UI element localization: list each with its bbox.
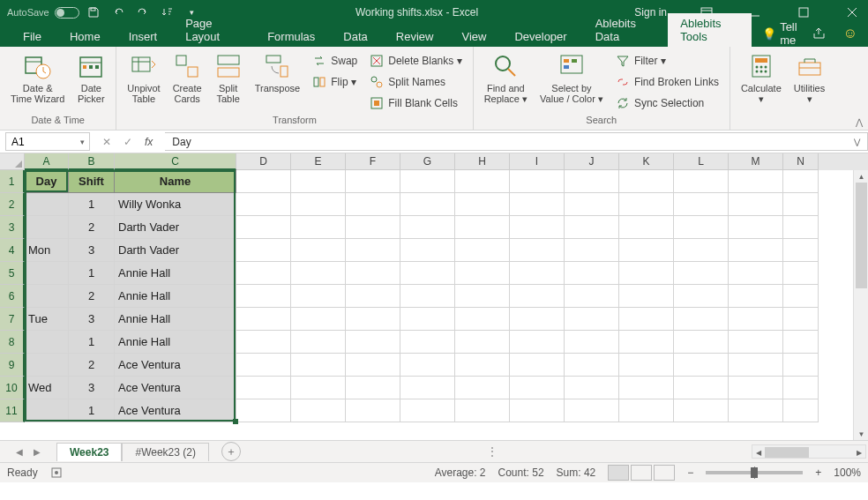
cell-C5[interactable]: Annie Hall <box>115 262 236 285</box>
cell-G6[interactable] <box>400 285 455 308</box>
cell-G2[interactable] <box>400 193 455 216</box>
cell-I7[interactable] <box>510 308 565 331</box>
select-by-button[interactable]: Select by Value / Color ▾ <box>536 50 607 112</box>
cell-L8[interactable] <box>674 331 729 354</box>
col-header-L[interactable]: L <box>674 153 729 170</box>
cell-G11[interactable] <box>400 399 455 422</box>
cell-M3[interactable] <box>729 216 783 239</box>
row-header-6[interactable]: 6 <box>0 285 25 308</box>
col-header-H[interactable]: H <box>455 153 510 170</box>
tab-view[interactable]: View <box>449 26 498 47</box>
view-normal-icon[interactable] <box>608 465 629 481</box>
cell-A8[interactable] <box>25 331 69 354</box>
row-header-2[interactable]: 2 <box>0 193 25 216</box>
cell-H11[interactable] <box>455 399 510 422</box>
cell-N4[interactable] <box>783 239 819 262</box>
cell-C3[interactable]: Darth Vader <box>115 216 236 239</box>
fx-icon[interactable]: fx <box>145 136 153 148</box>
cell-K6[interactable] <box>619 285 674 308</box>
row-header-10[interactable]: 10 <box>0 377 25 399</box>
share-icon[interactable] <box>813 27 827 40</box>
cell-D2[interactable] <box>236 193 291 216</box>
cell-H8[interactable] <box>455 331 510 354</box>
cell-N3[interactable] <box>783 216 819 239</box>
cell-C6[interactable]: Annie Hall <box>115 285 236 308</box>
row-header-11[interactable]: 11 <box>0 399 25 422</box>
row-header-7[interactable]: 7 <box>0 308 25 331</box>
cell-A6[interactable] <box>25 285 69 308</box>
cell-N5[interactable] <box>783 262 819 285</box>
undo-icon[interactable] <box>111 5 125 19</box>
row-header-1[interactable]: 1 <box>0 170 25 193</box>
cell-G8[interactable] <box>400 331 455 354</box>
cell-F1[interactable] <box>346 170 400 193</box>
cell-L10[interactable] <box>674 377 729 399</box>
create-cards-button[interactable]: Create Cards <box>169 50 206 112</box>
date-picker-button[interactable]: Date Picker <box>73 50 108 106</box>
cell-L5[interactable] <box>674 262 729 285</box>
cell-G10[interactable] <box>400 377 455 399</box>
cell-K10[interactable] <box>619 377 674 399</box>
flip-button[interactable]: Flip ▾ <box>309 73 361 91</box>
cell-F4[interactable] <box>346 239 400 262</box>
cell-M5[interactable] <box>729 262 783 285</box>
split-table-button[interactable]: Split Table <box>211 50 246 112</box>
cell-B4[interactable]: 3 <box>69 239 115 262</box>
tab-file[interactable]: File <box>11 26 54 47</box>
redo-icon[interactable] <box>136 5 150 19</box>
row-header-8[interactable]: 8 <box>0 331 25 354</box>
cell-K11[interactable] <box>619 399 674 422</box>
cell-J9[interactable] <box>565 354 619 377</box>
fill-blank-button[interactable]: Fill Blank Cells <box>366 94 465 112</box>
cell-B1[interactable]: Shift <box>69 170 115 193</box>
formula-input[interactable]: Day ⋁ <box>165 132 868 151</box>
tell-me[interactable]: 💡 Tell me <box>762 20 797 47</box>
cell-J7[interactable] <box>565 308 619 331</box>
cell-B8[interactable]: 1 <box>69 331 115 354</box>
cell-G5[interactable] <box>400 262 455 285</box>
cell-E6[interactable] <box>291 285 346 308</box>
cell-D8[interactable] <box>236 331 291 354</box>
cell-E2[interactable] <box>291 193 346 216</box>
cell-N11[interactable] <box>783 399 819 422</box>
cell-L9[interactable] <box>674 354 729 377</box>
cell-I4[interactable] <box>510 239 565 262</box>
cell-J1[interactable] <box>565 170 619 193</box>
cell-I10[interactable] <box>510 377 565 399</box>
calculate-button[interactable]: Calculate ▾ <box>737 50 785 106</box>
zoom-slider[interactable] <box>706 471 803 474</box>
zoom-level[interactable]: 100% <box>834 466 861 479</box>
cell-I5[interactable] <box>510 262 565 285</box>
cell-C10[interactable]: Ace Ventura <box>115 377 236 399</box>
cell-H6[interactable] <box>455 285 510 308</box>
cell-H10[interactable] <box>455 377 510 399</box>
view-page-layout-icon[interactable] <box>631 465 652 481</box>
sheet-tab[interactable]: #Week23 (2) <box>122 443 208 461</box>
cell-D9[interactable] <box>236 354 291 377</box>
cell-M10[interactable] <box>729 377 783 399</box>
col-header-M[interactable]: M <box>729 153 783 170</box>
cell-D5[interactable] <box>236 262 291 285</box>
tab-page-layout[interactable]: Page Layout <box>173 13 251 47</box>
row-header-3[interactable]: 3 <box>0 216 25 239</box>
close-icon[interactable] <box>843 4 861 21</box>
cell-K4[interactable] <box>619 239 674 262</box>
cell-K7[interactable] <box>619 308 674 331</box>
cell-E5[interactable] <box>291 262 346 285</box>
cell-D7[interactable] <box>236 308 291 331</box>
cell-N2[interactable] <box>783 193 819 216</box>
col-header-J[interactable]: J <box>565 153 619 170</box>
cell-E9[interactable] <box>291 354 346 377</box>
cell-A11[interactable] <box>25 399 69 422</box>
sheet-split-icon[interactable]: ⋮ <box>487 445 498 458</box>
sheet-nav[interactable]: ◀▶ <box>0 447 56 457</box>
tab-home[interactable]: Home <box>57 26 113 47</box>
row-header-4[interactable]: 4 <box>0 239 25 262</box>
select-all-button[interactable] <box>0 153 25 170</box>
cell-A3[interactable] <box>25 216 69 239</box>
view-page-break-icon[interactable] <box>654 465 675 481</box>
cell-B5[interactable]: 1 <box>69 262 115 285</box>
cell-J5[interactable] <box>565 262 619 285</box>
autosave-toggle[interactable]: AutoSave <box>7 7 79 19</box>
cell-N6[interactable] <box>783 285 819 308</box>
